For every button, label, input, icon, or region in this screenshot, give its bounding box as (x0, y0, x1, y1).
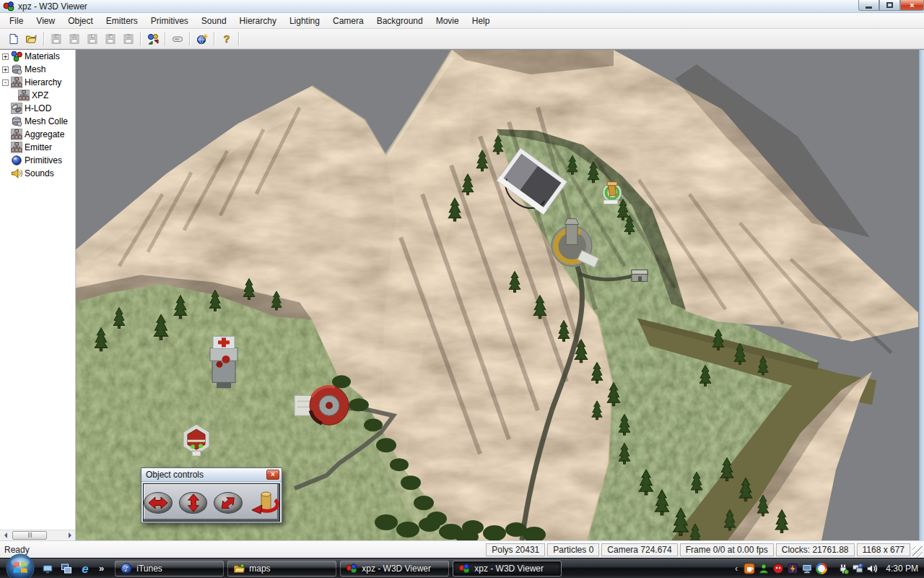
menu-hierarchy[interactable]: Hierarchy (233, 14, 283, 28)
viewport-3d-view[interactable]: Object controls × (76, 50, 919, 540)
toolbar: E A L P S ? (0, 29, 924, 49)
menu-help[interactable]: Help (466, 14, 497, 28)
rotate-object-button[interactable] (249, 490, 279, 516)
tree-item-hlod[interactable]: H-LOD (0, 102, 75, 115)
save-aggregate-button[interactable]: A (65, 30, 83, 47)
power-plug-icon[interactable] (837, 562, 849, 574)
tree-item-materials[interactable]: + Materials (0, 50, 75, 63)
tree-item-emitter[interactable]: Emitter (0, 141, 75, 154)
scrollbar-track[interactable] (11, 530, 64, 541)
scroll-left-arrow[interactable] (0, 530, 11, 541)
aggregate-icon (11, 129, 22, 140)
medic-tower (210, 336, 237, 388)
new-file-button[interactable] (4, 30, 22, 47)
show-desktop-button[interactable] (40, 561, 55, 576)
close-icon: × (271, 470, 275, 478)
show-desktop-icon (42, 563, 53, 574)
menu-view[interactable]: View (30, 14, 61, 28)
expand-toggle[interactable]: + (2, 53, 9, 60)
scrollbar-thumb[interactable] (12, 531, 47, 540)
status-camera: Camera 724.674 (601, 543, 677, 556)
move-vertical-button[interactable] (179, 492, 208, 514)
menu-lighting[interactable]: Lighting (283, 14, 326, 28)
move-horizontal-button[interactable] (144, 492, 173, 514)
resize-grip[interactable] (912, 546, 923, 558)
materials-icon (11, 51, 22, 62)
object-controls-dialog[interactable]: Object controls × (141, 467, 282, 523)
save-sound-button[interactable]: S (119, 30, 137, 47)
quick-launch-overflow-chevron[interactable]: » (97, 563, 106, 574)
maximize-button[interactable] (879, 0, 900, 11)
menu-background[interactable]: Background (370, 14, 430, 28)
titlebar[interactable]: xpz - W3D Viewer × (0, 0, 924, 13)
object-controls-title: Object controls (146, 470, 204, 480)
menu-file[interactable]: File (3, 14, 30, 28)
window-switcher-button[interactable] (59, 561, 74, 576)
floppy-p-icon: P (105, 33, 116, 45)
status-polys: Polys 20431 (486, 543, 545, 556)
svg-text:?: ? (223, 33, 230, 45)
java-tray-icon[interactable] (743, 562, 755, 574)
messenger-tray-icon[interactable] (757, 562, 770, 574)
save-emitter-button[interactable]: E (47, 30, 65, 47)
minimize-button[interactable] (858, 0, 879, 11)
taskbar-button-w3d-viewer-2[interactable]: xpz - W3D Viewer (453, 561, 562, 577)
scroll-right-arrow[interactable] (64, 530, 75, 541)
help-button[interactable]: ? (217, 30, 235, 47)
internet-explorer-button[interactable]: e (78, 561, 92, 576)
animation-bar-button[interactable] (168, 30, 186, 47)
close-icon: × (910, 1, 914, 9)
taskbar-button-itunes[interactable]: iTunes (115, 561, 224, 577)
start-button[interactable] (6, 553, 35, 578)
save-lod-button[interactable]: L (83, 30, 101, 47)
object-controls-titlebar[interactable]: Object controls × (141, 468, 282, 482)
vertical-arrow-icon (186, 493, 201, 513)
red-app-tray-icon[interactable] (772, 562, 784, 574)
new-file-icon (8, 33, 19, 45)
collapse-toggle[interactable]: - (2, 79, 9, 86)
taskbar-button-w3d-viewer-1[interactable]: xpz - W3D Viewer (340, 561, 449, 577)
tree-horizontal-scrollbar[interactable] (0, 530, 75, 540)
network-icon[interactable] (851, 562, 863, 574)
materials-toolbar-button[interactable] (144, 30, 162, 47)
internet-explorer-icon: e (79, 562, 92, 575)
add-object-button[interactable] (193, 30, 211, 47)
svg-text:S: S (126, 33, 131, 39)
browser-swirl-tray-icon[interactable] (815, 562, 827, 574)
tray-collapse-chevron[interactable]: ‹ (732, 563, 741, 574)
clock[interactable]: 4:30 PM (886, 564, 918, 574)
window-title: xpz - W3D Viewer (18, 1, 87, 12)
move-diagonal-button[interactable] (214, 492, 243, 514)
tree-item-xpz[interactable]: XPZ (0, 89, 75, 102)
w3d-icon (346, 563, 357, 574)
media-player-tray-icon[interactable] (786, 562, 798, 574)
main-area: + Materials + Mesh - Hierarchy XPZ (0, 49, 924, 540)
save-primitive-button[interactable]: P (101, 30, 119, 47)
tree-item-mesh-collection[interactable]: Mesh Colle (0, 115, 75, 128)
open-file-button[interactable] (22, 30, 40, 47)
folder-icon (233, 563, 245, 574)
volume-icon[interactable] (866, 562, 878, 574)
tree-item-primitives[interactable]: Primitives (0, 154, 75, 167)
menu-sound[interactable]: Sound (195, 14, 233, 28)
tree-item-aggregate[interactable]: Aggregate (0, 128, 75, 141)
app-icon (3, 1, 14, 12)
menu-movie[interactable]: Movie (430, 14, 466, 28)
menu-primitives[interactable]: Primitives (144, 14, 195, 28)
asset-tree-panel[interactable]: + Materials + Mesh - Hierarchy XPZ (0, 50, 76, 540)
menu-emitters[interactable]: Emitters (100, 14, 144, 28)
help-icon: ? (221, 33, 232, 45)
rotate-cylinder-icon (249, 490, 279, 516)
status-particles: Particles 0 (547, 543, 599, 556)
tree-item-mesh[interactable]: + Mesh (0, 63, 75, 76)
close-button[interactable]: × (900, 0, 924, 11)
tree-item-hierarchy[interactable]: - Hierarchy (0, 76, 75, 89)
object-controls-close-button[interactable]: × (266, 470, 279, 480)
taskbar-button-maps[interactable]: maps (227, 561, 336, 577)
tree-item-sounds[interactable]: Sounds (0, 167, 75, 180)
menu-camera[interactable]: Camera (326, 14, 370, 28)
menu-object[interactable]: Object (61, 14, 100, 28)
expand-toggle[interactable]: + (2, 66, 9, 73)
computer-tray-icon[interactable] (801, 562, 813, 574)
itunes-icon (121, 563, 132, 574)
